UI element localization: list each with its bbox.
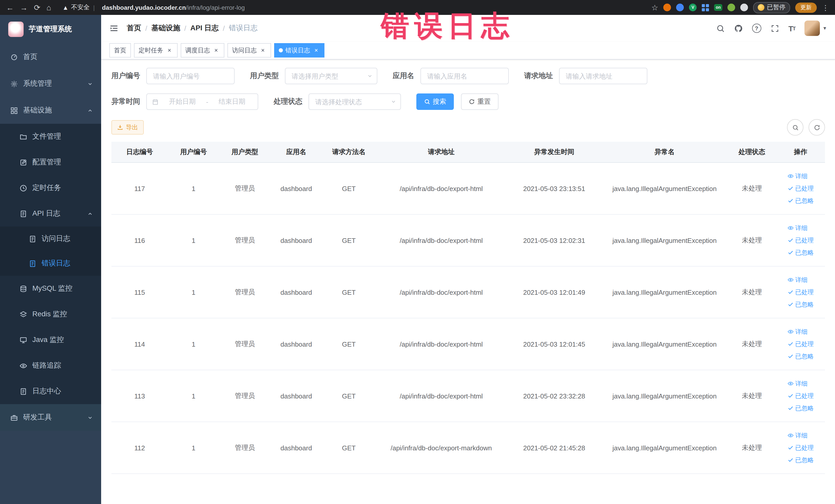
font-size-icon[interactable]: TT (789, 24, 795, 33)
sidebar-item-home[interactable]: 首页 (0, 44, 101, 70)
action-ignored[interactable]: 已忽略 (788, 455, 814, 466)
cell-log-id: 112 (111, 422, 168, 474)
action-detail[interactable]: 详细 (788, 170, 808, 182)
refresh-icon[interactable]: ⟳ (34, 4, 40, 11)
action-detail[interactable]: 详细 (788, 222, 808, 234)
user-menu[interactable]: ▼ (805, 21, 827, 36)
app-root: ← → ⟳ ⌂ ▲ 不安全 | dashboard.yudao.iocoder.… (0, 0, 835, 504)
close-icon[interactable]: × (166, 47, 173, 54)
status-select[interactable] (308, 94, 401, 110)
tab-access-log[interactable]: 访问日志× (227, 43, 271, 58)
extension-icon-paw[interactable] (740, 4, 748, 11)
sidebar-item-infra[interactable]: 基础设施 (0, 97, 101, 124)
sidebar-item-dev-tools[interactable]: 研发工具 (0, 404, 101, 431)
sidebar-item-access-log[interactable]: 访问日志 (0, 226, 101, 251)
sidebar-item-error-log[interactable]: 错误日志 (0, 251, 101, 276)
chevron-down-icon (391, 99, 396, 104)
browser-update-button[interactable]: 更新 (795, 2, 817, 13)
cell-exception-time: 2021-05-02 21:45:28 (507, 422, 602, 474)
action-ignored[interactable]: 已忽略 (788, 299, 814, 310)
tab-error-log[interactable]: 错误日志× (274, 43, 324, 58)
breadcrumb-item[interactable]: 首页 (127, 24, 141, 33)
search-button[interactable]: 搜索 (416, 94, 454, 110)
range-separator: - (206, 98, 208, 105)
action-processed[interactable]: 已处理 (788, 338, 814, 350)
action-ignored[interactable]: 已忽略 (788, 403, 814, 414)
action-processed[interactable]: 已处理 (788, 286, 814, 298)
gear-icon (10, 80, 18, 87)
close-icon[interactable]: × (212, 47, 220, 54)
forward-icon[interactable]: → (20, 4, 28, 11)
action-processed[interactable]: 已处理 (788, 183, 814, 194)
fullscreen-icon[interactable] (771, 24, 779, 33)
sidebar-item-mysql-monitor[interactable]: MySQL 监控 (0, 276, 101, 301)
sidebar-item-redis-monitor[interactable]: Redis 监控 (0, 301, 101, 327)
tab-scheduled-tasks[interactable]: 定时任务× (134, 43, 178, 58)
sidebar-item-config-manage[interactable]: 配置管理 (0, 149, 101, 175)
breadcrumb-item[interactable]: API 日志 (190, 24, 219, 33)
github-icon[interactable] (734, 24, 743, 33)
extension-icon-orange[interactable] (663, 4, 671, 11)
extension-icon-green-v[interactable]: V (689, 4, 697, 11)
action-detail[interactable]: 详细 (788, 274, 808, 285)
cell-exception-time: 2021-05-02 23:32:28 (507, 370, 602, 422)
extension-icon-blue-drop[interactable] (676, 4, 684, 11)
extension-icon-leaf[interactable] (728, 4, 735, 11)
cell-app-name: dashboard (270, 266, 322, 318)
action-ignored[interactable]: 已忽略 (788, 351, 814, 362)
tab-dispatch-log[interactable]: 调度日志× (181, 43, 224, 58)
export-button[interactable]: 导出 (111, 120, 144, 135)
sidebar-item-api-log[interactable]: API 日志 (0, 201, 101, 226)
home-icon[interactable]: ⌂ (46, 4, 51, 11)
site-security[interactable]: ▲ 不安全 | (62, 3, 96, 12)
action-ignored[interactable]: 已忽略 (788, 247, 814, 258)
close-icon[interactable]: × (259, 47, 266, 54)
browser-toolbar: ← → ⟳ ⌂ ▲ 不安全 | dashboard.yudao.iocoder.… (0, 0, 835, 15)
cell-user-type: 管理员 (219, 163, 270, 215)
status-label: 处理状态 (273, 97, 302, 106)
bookmark-star-icon[interactable]: ☆ (651, 4, 658, 11)
search-icon[interactable] (716, 24, 725, 33)
app-name-input[interactable] (421, 68, 509, 84)
action-processed[interactable]: 已处理 (788, 235, 814, 246)
sidebar-item-scheduled-tasks[interactable]: 定时任务 (0, 175, 101, 201)
cell-user-type: 管理员 (219, 215, 270, 266)
address-bar[interactable]: dashboard.yudao.iocoder.cn/infra/log/api… (102, 4, 245, 11)
action-processed[interactable]: 已处理 (788, 442, 814, 453)
refresh-table-button[interactable] (809, 119, 825, 136)
app-name-label: 应用名 (393, 72, 414, 81)
request-url-input[interactable] (559, 68, 647, 84)
paused-badge[interactable]: 已暂停 (753, 2, 790, 13)
user-id-input[interactable] (146, 68, 235, 84)
search-button-label: 搜索 (433, 97, 446, 106)
extension-icon-grid[interactable] (702, 4, 709, 11)
database-icon (20, 285, 27, 293)
sidebar-item-system[interactable]: 系统管理 (0, 70, 101, 97)
back-icon[interactable]: ← (6, 4, 14, 11)
reset-button[interactable]: 重置 (461, 94, 498, 110)
end-date-placeholder: 结束日期 (211, 97, 252, 106)
sidebar-item-label: Redis 监控 (32, 310, 67, 319)
close-icon[interactable]: × (313, 47, 320, 54)
hamburger-icon[interactable] (109, 24, 119, 33)
action-processed[interactable]: 已处理 (788, 390, 814, 402)
tab-home[interactable]: 首页 (109, 43, 131, 58)
user-type-select[interactable] (285, 68, 377, 84)
browser-menu-icon[interactable]: ⋮ (822, 3, 829, 12)
sidebar-item-log-center[interactable]: 日志中心 (0, 379, 101, 404)
action-ignored[interactable]: 已忽略 (788, 195, 814, 206)
action-label: 已处理 (795, 235, 814, 246)
breadcrumb-item[interactable]: 基础设施 (151, 24, 180, 33)
app-brand[interactable]: 芋道管理系统 (0, 15, 101, 44)
sidebar-item-tracing[interactable]: 链路追踪 (0, 353, 101, 379)
help-icon[interactable]: ? (752, 24, 761, 33)
action-detail[interactable]: 详细 (788, 430, 808, 441)
sidebar-item-java-monitor[interactable]: Java 监控 (0, 327, 101, 353)
sidebar-item-file-manage[interactable]: 文件管理 (0, 124, 101, 149)
toggle-search-button[interactable] (787, 119, 803, 136)
action-detail[interactable]: 详细 (788, 326, 808, 337)
extension-icon-on-badge[interactable]: on (714, 4, 722, 11)
action-detail[interactable]: 详细 (788, 378, 808, 389)
date-range-picker[interactable]: 开始日期 - 结束日期 (146, 94, 258, 110)
action-label: 详细 (795, 170, 808, 182)
